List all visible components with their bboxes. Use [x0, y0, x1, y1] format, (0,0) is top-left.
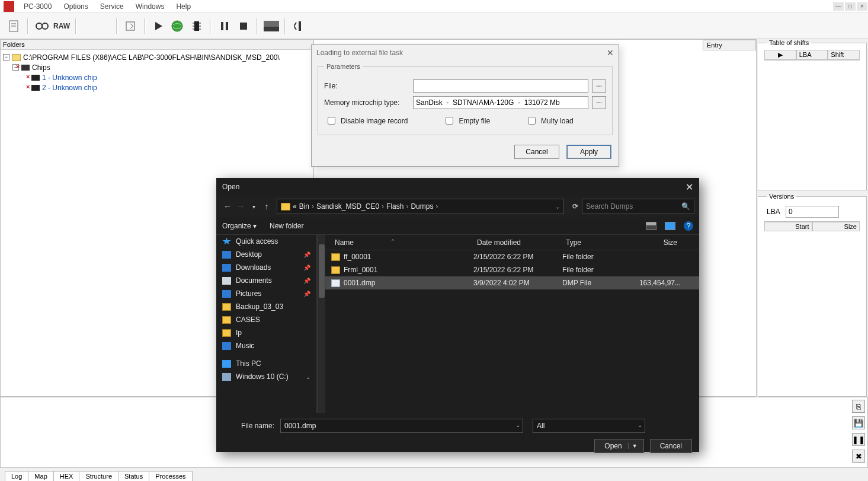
col-name[interactable]: Name ˄ — [331, 238, 473, 247]
versions-col-start[interactable]: Start — [764, 222, 812, 231]
sidebar-scrollbar[interactable] — [317, 235, 325, 413]
chk-disable-image[interactable]: Disable image record — [325, 115, 408, 126]
sidetool-copy-icon[interactable]: ⎘ — [852, 400, 865, 413]
sidebar-drive-c[interactable]: Windows 10 (C:)⌄ — [216, 370, 316, 383]
file-row[interactable]: Frml_00012/15/2022 6:22 PMFile folder — [325, 263, 699, 276]
open-split-icon[interactable]: ▼ — [628, 443, 641, 449]
preview-pane-icon[interactable] — [665, 222, 675, 230]
music-icon — [222, 342, 231, 350]
versions-lba-input[interactable] — [786, 206, 839, 218]
new-folder-button[interactable]: New folder — [270, 222, 303, 230]
col-type[interactable]: Type — [562, 238, 627, 247]
versions-col-size[interactable]: Size — [812, 222, 860, 231]
shifts-col-lba[interactable]: LBA — [796, 50, 828, 60]
sidebar-downloads[interactable]: Downloads📌 — [216, 261, 316, 274]
sidebar-quick-access[interactable]: Quick access — [216, 235, 316, 248]
file-input[interactable] — [413, 79, 588, 93]
memory-type-browse-button[interactable]: ... — [592, 96, 606, 109]
open-button[interactable]: Open▼ — [594, 439, 643, 453]
help-icon[interactable]: ? — [684, 221, 693, 231]
crumb-dropdown-icon[interactable]: ⌄ — [555, 203, 560, 210]
col-date[interactable]: Date modified — [473, 238, 562, 247]
file-browse-button[interactable]: ... — [592, 79, 606, 93]
toolbar-stop-button[interactable] — [236, 17, 251, 35]
chip-error-icon — [31, 85, 40, 91]
menu-options[interactable]: Options — [57, 1, 94, 12]
tab-processes[interactable]: Processes — [149, 471, 192, 481]
chk-empty-file-box[interactable] — [446, 117, 453, 125]
toolbar-exit-button[interactable] — [292, 17, 307, 35]
chk-multy-load-box[interactable] — [528, 117, 536, 125]
window-minimize-icon[interactable]: — — [833, 2, 844, 11]
window-close-icon[interactable]: × — [857, 2, 867, 11]
dialog-loading-close-icon[interactable]: ✕ — [607, 48, 614, 58]
filename-input[interactable]: 0001.dmp⌄ — [280, 419, 523, 433]
open-dialog-close-icon[interactable]: ✕ — [686, 181, 693, 193]
view-mode-icon[interactable] — [646, 222, 656, 230]
tab-status[interactable]: Status — [118, 471, 149, 481]
file-row[interactable]: ff_000012/15/2022 6:22 PMFile folder — [325, 250, 699, 263]
sidebar-documents[interactable]: Documents📌 — [216, 274, 316, 287]
toolbar-pause-button[interactable] — [217, 17, 232, 35]
tab-log[interactable]: Log — [5, 471, 28, 481]
sidebar-backup[interactable]: Backup_03_03 — [216, 300, 316, 313]
crumb-flash[interactable]: Flash — [386, 202, 403, 211]
sidebar-desktop[interactable]: Desktop📌 — [216, 248, 316, 261]
toolbar-layout-button[interactable] — [264, 17, 279, 35]
menu-help[interactable]: Help — [170, 1, 197, 12]
sidebar-this-pc[interactable]: This PC — [216, 357, 316, 370]
nav-refresh-icon[interactable]: ⟳ — [569, 202, 582, 211]
organize-button[interactable]: Organize ▾ — [222, 222, 257, 230]
menu-service[interactable]: Service — [94, 1, 130, 12]
chevron-down-icon[interactable]: ⌄ — [515, 422, 520, 428]
nav-up-icon[interactable]: ↑ — [260, 202, 273, 211]
loading-cancel-button[interactable]: Cancel — [514, 145, 559, 159]
col-size[interactable]: Size — [627, 238, 681, 247]
crumb-sandisk[interactable]: Sandisk_MSD_CE0 — [316, 202, 379, 211]
sidetool-delete-icon[interactable]: ✖ — [852, 450, 865, 463]
tree-chip-2[interactable]: 2 - Unknown chip — [3, 82, 311, 93]
sidebar-pictures[interactable]: Pictures📌 — [216, 287, 316, 300]
tree-chip-1[interactable]: 1 - Unknown chip — [3, 72, 311, 82]
tab-hex[interactable]: HEX — [53, 471, 80, 481]
search-input[interactable]: Search Dumps 🔍 — [582, 199, 694, 214]
sidebar-cases[interactable]: CASES — [216, 313, 316, 326]
chk-disable-image-box[interactable] — [328, 117, 335, 125]
toolbar-play-button[interactable] — [151, 17, 166, 35]
tab-map[interactable]: Map — [28, 471, 53, 481]
entry-column-header[interactable]: Entry — [703, 40, 756, 50]
sidetool-save-icon[interactable]: 💾 — [852, 416, 865, 429]
toolbar-raw-button[interactable]: RAW — [53, 17, 70, 35]
shifts-col-shift[interactable]: Shift — [828, 50, 860, 60]
chk-multy-load[interactable]: Multy load — [526, 115, 574, 126]
file-row[interactable]: 0001.dmp3/9/2022 4:02 PMDMP File163,454,… — [325, 276, 699, 289]
window-maximize-icon[interactable]: □ — [845, 2, 856, 11]
chevron-down-icon[interactable]: ⌄ — [638, 422, 642, 428]
toolbar-chip-button[interactable] — [189, 17, 204, 35]
menu-windows[interactable]: Windows — [130, 1, 171, 12]
tree-chips[interactable]: − Chips — [3, 62, 311, 72]
status-tabs: Log Map HEX Structure Status Processes — [0, 468, 868, 481]
shifts-row-selector[interactable]: ▶ — [764, 50, 796, 60]
chk-empty-file[interactable]: Empty file — [443, 115, 490, 126]
filetype-filter[interactable]: All⌄ — [533, 419, 645, 433]
breadcrumb[interactable]: « Bin› Sandisk_MSD_CE0› Flash› Dumps› ⌄ — [277, 199, 564, 214]
tree-root[interactable]: − C:\PROGRAM FILES (X86)\ACE LAB\PC-3000… — [3, 52, 311, 62]
toolbar-report-button[interactable] — [7, 17, 22, 35]
nav-back-icon[interactable]: ← — [221, 202, 234, 211]
nav-forward-icon[interactable]: → — [234, 202, 247, 211]
loading-apply-button[interactable]: Apply — [566, 145, 611, 159]
toolbar-search-button[interactable] — [34, 17, 50, 35]
toolbar-export-button[interactable] — [123, 17, 139, 35]
sidebar-ip[interactable]: Ip — [216, 326, 316, 339]
crumb-dumps[interactable]: Dumps — [411, 202, 433, 211]
toolbar-world-button[interactable] — [170, 17, 185, 35]
expand-icon[interactable]: − — [3, 54, 9, 60]
open-cancel-button[interactable]: Cancel — [650, 439, 692, 453]
tab-structure[interactable]: Structure — [79, 471, 118, 481]
crumb-bin[interactable]: Bin — [299, 202, 309, 211]
nav-recent-icon[interactable]: ▾ — [247, 203, 260, 210]
sidetool-pause-icon[interactable]: ❚❚ — [852, 433, 865, 446]
sidebar-music[interactable]: Music — [216, 339, 316, 352]
memory-type-input[interactable] — [413, 96, 588, 109]
